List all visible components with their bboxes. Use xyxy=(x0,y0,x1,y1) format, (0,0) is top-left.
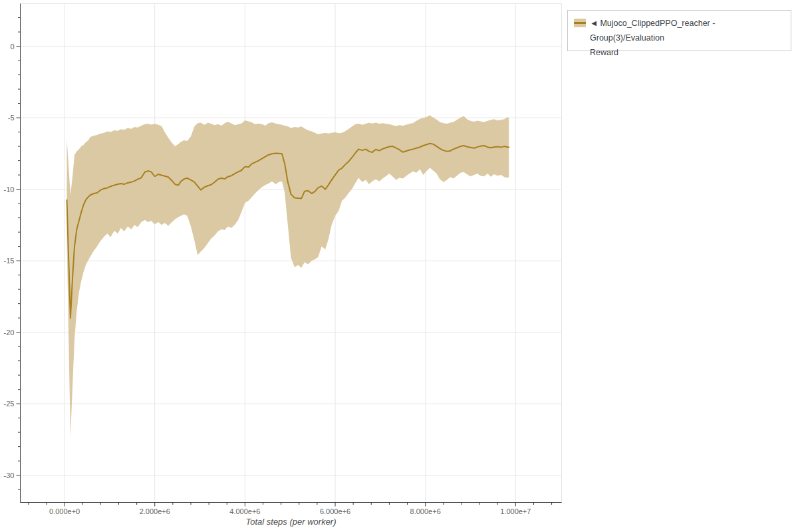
training-reward-dashboard: 0.000e+02.000e+64.000e+66.000e+68.000e+6… xyxy=(0,0,798,532)
uncertainty-band xyxy=(66,115,509,436)
legend-label: ◄Mujoco_ClippedPPO_reacher - Group(3)/Ev… xyxy=(590,16,785,60)
y-tick-label: -20 xyxy=(4,329,15,336)
y-tick-label: 0 xyxy=(10,43,14,51)
legend-label-line2: Reward xyxy=(590,48,618,57)
ticks xyxy=(17,18,552,507)
y-tick-label: -15 xyxy=(4,257,15,265)
x-tick-label: 0.000e+0 xyxy=(49,507,80,515)
legend-box: ◄Mujoco_ClippedPPO_reacher - Group(3)/Ev… xyxy=(567,10,791,51)
legend-swatch xyxy=(574,19,586,27)
legend-item[interactable]: ◄Mujoco_ClippedPPO_reacher - Group(3)/Ev… xyxy=(574,16,785,60)
x-tick-label: 8.000e+6 xyxy=(410,507,441,515)
legend-collapse-icon[interactable]: ◄ xyxy=(590,19,598,28)
x-tick-label: 1.000e+7 xyxy=(500,507,531,515)
reward-chart-plot[interactable]: 0.000e+02.000e+64.000e+66.000e+68.000e+6… xyxy=(0,0,798,532)
y-tick-label: -25 xyxy=(4,400,15,408)
x-tick-label: 4.000e+6 xyxy=(229,507,260,515)
tick-labels: 0.000e+02.000e+64.000e+66.000e+68.000e+6… xyxy=(4,43,531,515)
x-tick-label: 6.000e+6 xyxy=(320,507,350,515)
legend-swatch-line xyxy=(574,22,586,24)
legend-label-line1: Mujoco_ClippedPPO_reacher - Group(3)/Eva… xyxy=(590,19,715,43)
y-tick-label: -5 xyxy=(8,114,15,122)
x-tick-label: 2.000e+6 xyxy=(140,507,170,515)
x-axis-title: Total steps (per worker) xyxy=(245,517,336,527)
y-tick-label: -10 xyxy=(4,186,15,194)
y-tick-label: -30 xyxy=(4,471,15,479)
